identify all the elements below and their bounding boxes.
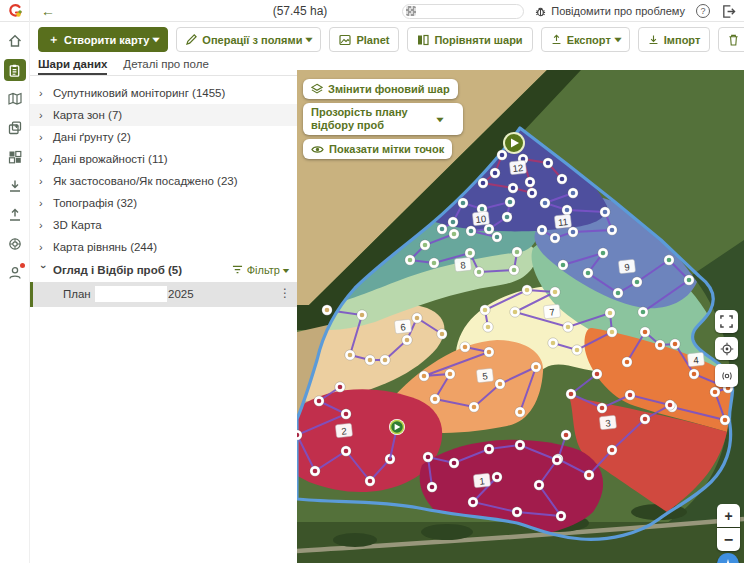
sample-point[interactable]: [412, 313, 422, 323]
profile-icon[interactable]: [4, 262, 26, 284]
sample-point[interactable]: [357, 310, 367, 320]
support-icon[interactable]: [4, 233, 26, 255]
start-point-marker[interactable]: [389, 419, 405, 435]
fullscreen-icon[interactable]: [715, 310, 738, 333]
sample-point[interactable]: [558, 260, 568, 270]
sample-point[interactable]: [562, 205, 572, 215]
sample-point[interactable]: [710, 387, 720, 397]
sample-point[interactable]: [543, 158, 553, 168]
locate-icon[interactable]: [715, 337, 738, 360]
field-operations-button[interactable]: Операції з полями ▾: [176, 27, 321, 52]
sample-point[interactable]: [607, 445, 617, 455]
download-icon[interactable]: [4, 175, 26, 197]
sample-point[interactable]: [484, 444, 494, 454]
import-button[interactable]: Імпорт: [638, 27, 711, 52]
sample-point[interactable]: [598, 248, 608, 258]
sample-point[interactable]: [664, 255, 674, 265]
sample-point[interactable]: [561, 430, 571, 440]
sample-point[interactable]: [572, 345, 582, 355]
sample-point[interactable]: [584, 470, 594, 480]
sample-point[interactable]: [625, 390, 635, 400]
sample-point[interactable]: [600, 207, 610, 217]
sample-point[interactable]: [490, 168, 500, 178]
sample-point[interactable]: [510, 307, 520, 317]
sidebar-item[interactable]: ›Дані врожайності (11): [30, 148, 297, 170]
map-icon[interactable]: [4, 88, 26, 110]
sample-point[interactable]: [484, 224, 494, 234]
sample-point[interactable]: [449, 229, 459, 239]
sample-point[interactable]: [365, 355, 375, 365]
sample-point[interactable]: [638, 307, 648, 317]
sample-point[interactable]: [445, 369, 455, 379]
help-button[interactable]: ?: [696, 4, 710, 18]
sample-point[interactable]: [552, 455, 562, 465]
sidebar-item[interactable]: ›Супутниковий моніторинг (1455): [30, 82, 297, 104]
sample-point[interactable]: [429, 258, 439, 268]
planet-button[interactable]: Planet: [329, 27, 399, 52]
app-logo[interactable]: [0, 0, 30, 22]
sample-point[interactable]: [720, 415, 730, 425]
sample-point[interactable]: [515, 407, 525, 417]
sample-point[interactable]: [613, 288, 623, 298]
sample-point[interactable]: [478, 178, 488, 188]
sample-point[interactable]: [402, 335, 412, 345]
sample-point[interactable]: [534, 480, 544, 490]
compare-layers-button[interactable]: Порівняти шари: [407, 27, 532, 52]
sample-point[interactable]: [458, 198, 468, 208]
sample-point[interactable]: [335, 382, 345, 392]
sample-point[interactable]: [597, 403, 607, 413]
sample-point[interactable]: [550, 233, 560, 243]
sample-point[interactable]: [515, 440, 525, 450]
sample-point[interactable]: [310, 466, 320, 476]
sample-point[interactable]: [484, 347, 494, 357]
sample-point[interactable]: [607, 225, 617, 235]
distance-measure-icon[interactable]: [715, 364, 738, 387]
create-map-button[interactable]: ＋ Створити карту ▾: [38, 27, 168, 52]
sample-point[interactable]: [655, 340, 665, 350]
sample-point[interactable]: [449, 458, 459, 468]
sample-point[interactable]: [448, 217, 458, 227]
sample-point[interactable]: [568, 188, 578, 198]
sample-point[interactable]: [430, 394, 440, 404]
sample-point[interactable]: [365, 476, 375, 486]
sample-point[interactable]: [632, 277, 642, 287]
sample-point[interactable]: [522, 285, 532, 295]
analytics-icon[interactable]: [4, 146, 26, 168]
sample-point[interactable]: [548, 338, 558, 348]
sample-point[interactable]: [556, 511, 566, 521]
sample-point[interactable]: [563, 322, 573, 332]
sample-point[interactable]: [550, 287, 560, 297]
sample-point[interactable]: [419, 371, 429, 381]
play-route-button[interactable]: [503, 132, 525, 154]
sidebar-item[interactable]: ›3D Карта: [30, 214, 297, 236]
fields-icon[interactable]: [4, 59, 26, 81]
row-menu-icon[interactable]: ⋮: [279, 286, 291, 300]
sample-point[interactable]: [341, 409, 351, 419]
sample-point[interactable]: [322, 305, 332, 315]
zoom-in-button[interactable]: +: [717, 504, 740, 527]
sample-point[interactable]: [509, 265, 519, 275]
sample-point[interactable]: [495, 379, 505, 389]
sidebar-item[interactable]: ›Дані ґрунту (2): [30, 126, 297, 148]
batch-delete-button[interactable]: Пакетне видалення: [718, 27, 744, 52]
sample-point[interactable]: [508, 183, 518, 193]
map-canvas[interactable]: 765891011124321 Змінити фоновий шар Проз…: [297, 70, 744, 563]
sample-point[interactable]: [670, 339, 680, 349]
show-point-labels-button[interactable]: Показати мітки точок: [303, 139, 452, 159]
tab-field-details[interactable]: Деталі про поле: [123, 55, 209, 75]
sample-point[interactable]: [345, 350, 355, 360]
sample-point[interactable]: [566, 389, 576, 399]
sample-point[interactable]: [466, 226, 476, 236]
sidebar-item[interactable]: ›Карта рівнянь (244): [30, 236, 297, 258]
sample-point[interactable]: [568, 227, 578, 237]
zoom-out-button[interactable]: −: [717, 528, 740, 551]
sample-point[interactable]: [492, 472, 502, 482]
report-problem-button[interactable]: Повідомити про проблему: [535, 5, 685, 17]
sample-point[interactable]: [468, 497, 478, 507]
plan-list-item[interactable]: План 2025 ⋮: [30, 282, 297, 307]
sample-point[interactable]: [405, 255, 415, 265]
sample-point[interactable]: [420, 240, 430, 250]
sample-point[interactable]: [689, 369, 699, 379]
sidebar-item[interactable]: ›Карта зон (7): [30, 104, 297, 126]
sidebar-item[interactable]: ›Топографія (32): [30, 192, 297, 214]
